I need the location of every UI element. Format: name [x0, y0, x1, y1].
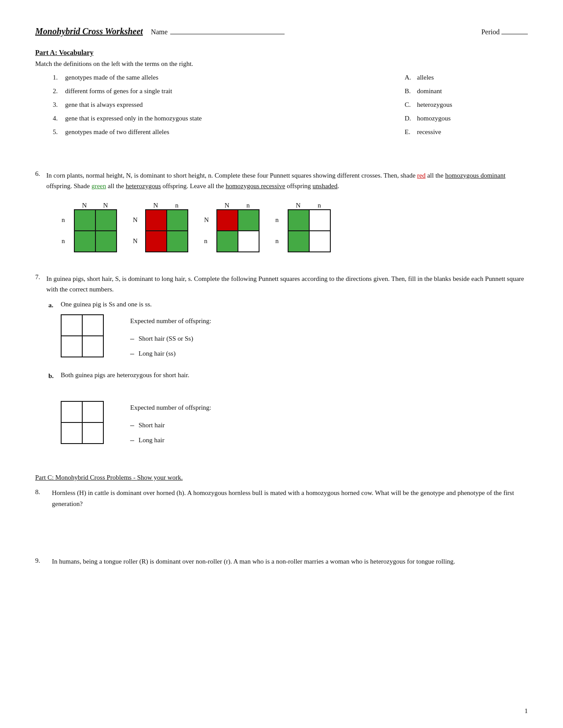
- period-label: Period: [481, 28, 500, 36]
- part-a-title: Part A: Vocabulary: [35, 49, 528, 57]
- vocab-num-1: 1.: [53, 74, 65, 81]
- part-a-block: Part A: Vocabulary Match the definitions…: [35, 49, 528, 142]
- punnett-3-side-1: N: [204, 209, 216, 230]
- q7-b-expected-label: Expected number of offspring:: [130, 401, 211, 414]
- q7-a-cell-4: [83, 336, 104, 357]
- punnett-3-side-2: n: [204, 230, 216, 251]
- q7-a-text: One guinea pig is Ss and one is ss.: [61, 301, 528, 308]
- punnett-4-cell-4: [310, 231, 331, 252]
- q7-a-grid: [61, 314, 104, 357]
- q7-b-item-2-text: Long hair: [139, 433, 165, 447]
- punnett-4-header: N n: [288, 202, 330, 209]
- q7-a-expected-label: Expected number of offspring:: [130, 314, 211, 328]
- q7-a-item-2: – Long hair (ss): [130, 347, 211, 360]
- punnett-3-cell-3: [217, 231, 238, 252]
- vocab-term-3: heterozygous: [417, 101, 452, 109]
- page-number: 1: [525, 707, 528, 715]
- punnett-2-grid: [145, 209, 188, 252]
- q6-text3: offspring. Shade: [46, 182, 91, 189]
- vocab-answer-2: B. dominant: [405, 87, 528, 95]
- punnett-row-6: N N n n N n: [62, 202, 528, 252]
- q7-sub-a: a. One guinea pig is Ss and one is ss. E…: [48, 301, 528, 362]
- q6-text4: all the: [106, 182, 126, 189]
- vocab-answer-1: A. alleles: [405, 74, 528, 81]
- q7-b-grid: [61, 401, 104, 444]
- question-9-block: 9. In humans, being a tongue roller (R) …: [35, 556, 528, 567]
- q7-num: 7.: [35, 273, 40, 281]
- vocab-item-2: 2. different forms of genes for a single…: [53, 87, 405, 95]
- vocab-num-2: 2.: [53, 87, 65, 95]
- q7-b-item-1: – Short hair: [130, 419, 211, 432]
- question-6-block: 6. In corn plants, normal height, N, is …: [35, 170, 528, 252]
- punnett-2-cell-2: [167, 210, 188, 231]
- q6-text2: all the: [425, 172, 445, 179]
- vocab-answer-3: C. heterozygous: [405, 101, 528, 109]
- vocab-term-5: recessive: [417, 128, 441, 136]
- q7-b-item-2: – Long hair: [130, 433, 211, 447]
- name-underline[interactable]: [170, 26, 285, 34]
- punnett-4-top-1: N: [288, 202, 309, 209]
- punnett-3-header: N n: [216, 202, 259, 209]
- q7-a-item-1: – Short hair (SS or Ss): [130, 332, 211, 345]
- punnett-2-cell-3: [146, 231, 167, 252]
- q7-a-expected: Expected number of offspring: – Short ha…: [130, 314, 211, 362]
- punnett-3-top-1: N: [216, 202, 238, 209]
- part-a-instruction: Match the definitions on the left with t…: [35, 60, 528, 68]
- q6-red: red: [417, 172, 425, 179]
- q7-sub-b: b. Both guinea pigs are heterozygous for…: [48, 371, 528, 448]
- part-c-show: Show your work.: [137, 474, 183, 481]
- punnett-4-cell-2: [310, 210, 331, 231]
- vocab-num-3: 3.: [53, 101, 65, 109]
- vocab-def-3: gene that is always expressed: [65, 101, 405, 109]
- page-title: Monohybrid Cross Worksheet: [35, 26, 143, 36]
- punnett-4-grid: [288, 209, 331, 252]
- vocab-def-5: genotypes made of two different alleles: [65, 128, 405, 136]
- q7-a-content: One guinea pig is Ss and one is ss. Expe…: [61, 301, 528, 362]
- question-8-row: 8. Hornless (H) in cattle is dominant ov…: [35, 488, 528, 510]
- vocab-def-1: genotypes made of the same alleles: [65, 74, 405, 81]
- punnett-1: N N n n: [62, 202, 117, 252]
- vocab-answer-5: E. recessive: [405, 128, 528, 136]
- q6-heteroz: heterozygous: [126, 182, 161, 189]
- q6-text6: offspring: [285, 182, 312, 189]
- vocab-term-4: homozygous: [417, 115, 451, 122]
- punnett-2-top-1: N: [145, 202, 166, 209]
- vocab-def-4: gene that is expressed only in the homoz…: [65, 115, 405, 122]
- question-9-row: 9. In humans, being a tongue roller (R) …: [35, 556, 528, 567]
- q6-num: 6.: [35, 170, 40, 178]
- punnett-1-top-1: N: [74, 202, 95, 209]
- q6-green: green: [91, 182, 106, 189]
- punnett-2-header: N n: [145, 202, 187, 209]
- part-c-text: Part C: Monohybrid Cross Problems: [35, 474, 132, 481]
- q7-b-cell-3: [62, 423, 83, 444]
- q7-text-content: In guinea pigs, short hair, S, is domina…: [46, 275, 524, 293]
- question-7-text-row: 7. In guinea pigs, short hair, S, is dom…: [35, 273, 528, 301]
- q7-b-cell-1: [62, 402, 83, 423]
- vocab-term-1: alleles: [417, 74, 434, 81]
- punnett-3-cell-4: [238, 231, 260, 252]
- punnett-2-side-2: N: [133, 230, 145, 251]
- q7-b-dash-2: –: [130, 436, 134, 444]
- punnett-4-cell-3: [289, 231, 310, 252]
- q7-a-cell-1: [62, 315, 83, 336]
- punnett-3-sides: N n: [204, 209, 216, 252]
- q9-num: 9.: [35, 556, 48, 564]
- vocab-section: 1. genotypes made of the same alleles 2.…: [53, 74, 528, 142]
- punnett-3-grid: [216, 209, 260, 252]
- vocab-def-2: different forms of genes for a single tr…: [65, 87, 405, 95]
- q7-b-cell-2: [83, 402, 104, 423]
- q7-b-dash-1: –: [130, 421, 134, 429]
- q6-unshaded: unshaded: [313, 182, 338, 189]
- vocab-letter-5: E.: [405, 128, 417, 136]
- period-underline[interactable]: [501, 26, 528, 34]
- punnett-3-cell-1: [217, 210, 238, 231]
- punnett-2-top-2: n: [166, 202, 187, 209]
- punnett-4-top-2: n: [309, 202, 330, 209]
- vocab-num-4: 4.: [53, 115, 65, 122]
- q7-b-punnett: [61, 401, 104, 444]
- punnett-1-body: n n: [62, 209, 117, 252]
- q9-text: In humans, being a tongue roller (R) is …: [52, 556, 528, 567]
- punnett-3-body: N n: [204, 209, 260, 252]
- vocab-definitions: 1. genotypes made of the same alleles 2.…: [53, 74, 405, 142]
- punnett-2-cell-1: [146, 210, 167, 231]
